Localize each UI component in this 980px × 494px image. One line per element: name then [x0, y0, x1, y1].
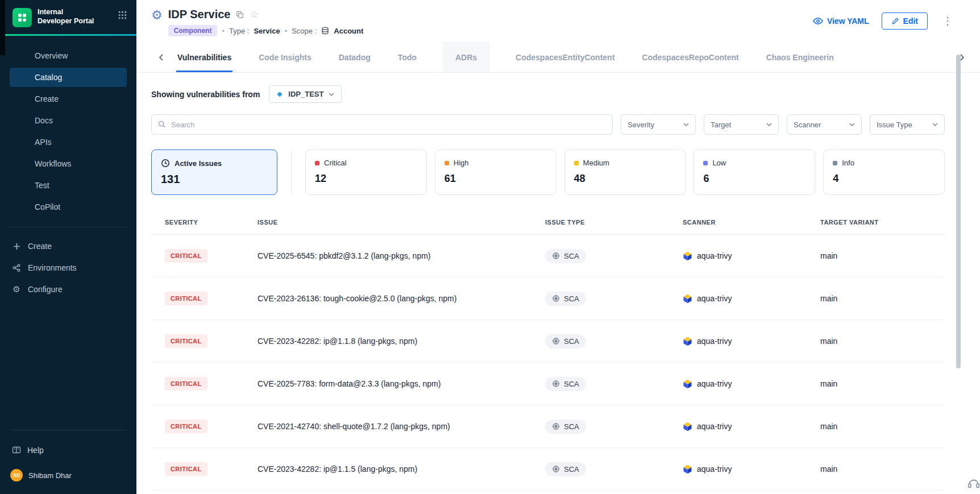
filter-issue-type[interactable]: Issue Type: [870, 114, 945, 135]
bottom-nav-label: Environments: [28, 263, 77, 272]
kebab-menu-icon[interactable]: ⋮: [940, 15, 955, 27]
issue-cell: CVE-2025-6545: pbkdf2@3.1.2 (lang-pkgs, …: [258, 251, 545, 260]
sidebar-item-create-action[interactable]: Create: [0, 235, 136, 257]
sca-icon: [552, 380, 560, 388]
tab-adrs[interactable]: ADRs: [443, 42, 489, 72]
user-name: Shibam Dhar: [28, 471, 72, 480]
view-yaml-button[interactable]: View YAML: [813, 16, 869, 26]
sidebar-item-docs[interactable]: Docs: [10, 111, 127, 130]
view-yaml-label: View YAML: [827, 16, 869, 26]
help-icon: [11, 446, 22, 455]
stat-value: 12: [315, 173, 417, 185]
sidebar-item-apis[interactable]: APIs: [10, 132, 127, 152]
stat-card-info[interactable]: Info 4: [823, 150, 945, 195]
sidebar-item-copilot[interactable]: CoPilot: [10, 197, 127, 217]
copy-icon[interactable]: [236, 11, 244, 19]
col-scanner: SCANNER: [683, 219, 820, 226]
bottom-nav-label: Configure: [28, 285, 63, 294]
issue-type-pill: SCA: [545, 334, 586, 348]
col-issue: ISSUE: [258, 219, 545, 226]
scope-value: Account: [334, 27, 363, 35]
sca-icon: [552, 337, 560, 345]
stat-label: Medium: [583, 159, 609, 167]
table-row[interactable]: CRITICAL CVE-2023-26136: tough-cookie@2.…: [151, 277, 945, 320]
filter-target[interactable]: Target: [704, 114, 779, 135]
chevron-down-icon: [932, 123, 938, 126]
tab-vulnerabilities[interactable]: Vulnerabilities: [176, 42, 232, 72]
scanner-cell: aqua-trivy: [683, 464, 820, 474]
entity-header: ⚙ IDP Service ☆ Component • Type : Servi…: [151, 8, 363, 36]
critical-dot: [315, 161, 319, 165]
sidebar-item-overview[interactable]: Overview: [10, 46, 127, 65]
separator: •: [222, 27, 225, 35]
sidebar-item-create[interactable]: Create: [10, 89, 127, 109]
variant-dropdown[interactable]: IDP_TEST: [269, 85, 342, 103]
table-row[interactable]: CRITICAL CVE-2021-42740: shell-quote@1.7…: [151, 405, 945, 448]
tab-code-insights[interactable]: Code Insights: [258, 42, 313, 72]
severity-badge: CRITICAL: [165, 292, 207, 305]
stat-card-high[interactable]: High 61: [435, 150, 557, 195]
showing-label: Showing vulnerabilities from: [151, 90, 260, 99]
page-title: IDP Service: [168, 8, 231, 21]
sidebar-item-configure[interactable]: ⚙ Configure: [0, 279, 136, 300]
table-row[interactable]: CRITICAL CVE-2025-6545: pbkdf2@3.1.2 (la…: [151, 235, 945, 277]
separator: •: [285, 27, 288, 35]
filter-severity[interactable]: Severity: [621, 114, 696, 135]
stat-label: High: [454, 159, 469, 167]
stat-card-critical[interactable]: Critical 12: [305, 150, 427, 195]
stat-card-medium[interactable]: Medium 48: [564, 150, 686, 195]
scanner-cell: aqua-trivy: [683, 379, 820, 389]
table-row[interactable]: CRITICAL CVE-2023-42282: ip@1.1.5 (lang-…: [151, 448, 945, 491]
module-rail: [0, 0, 5, 55]
table-row[interactable]: CRITICAL CVE-2023-42282: ip@1.1.8 (lang-…: [151, 320, 945, 363]
sca-icon: [552, 252, 560, 260]
edit-button[interactable]: Edit: [882, 13, 928, 30]
vertical-scrollbar[interactable]: [956, 55, 961, 368]
tab-codespaces-repo-content[interactable]: CodespacesRepoContent: [641, 42, 740, 72]
issue-type-pill: SCA: [545, 420, 586, 434]
chevron-down-icon: [849, 123, 855, 126]
app-logo[interactable]: [13, 8, 32, 27]
help-link[interactable]: Help: [0, 438, 136, 462]
table-row[interactable]: CRITICAL CVE-2025-7783: form-data@2.3.3 …: [151, 363, 945, 405]
stat-label: Low: [712, 159, 726, 167]
search-input[interactable]: [151, 114, 613, 135]
user-menu[interactable]: SD Shibam Dhar: [0, 462, 136, 488]
tab-todo[interactable]: Todo: [397, 42, 418, 72]
main-area: ⚙ IDP Service ☆ Component • Type : Servi…: [136, 0, 980, 494]
sidebar-footer: Help SD Shibam Dhar: [0, 422, 136, 494]
trivy-icon: [683, 422, 692, 431]
sidebar-divider: [10, 227, 127, 227]
stat-card-low[interactable]: Low 6: [694, 150, 815, 195]
component-badge: Component: [168, 25, 218, 36]
filter-scanner[interactable]: Scanner: [787, 114, 862, 135]
apps-grid-icon[interactable]: [118, 10, 127, 22]
accent-divider: [0, 34, 136, 36]
stat-card-active-issues[interactable]: Active Issues 131: [151, 150, 277, 195]
type-value: Service: [254, 27, 280, 35]
tab-codespaces-entity-content[interactable]: CodespacesEntityContent: [514, 42, 616, 72]
issue-cell: CVE-2025-7783: form-data@2.3.3 (lang-pkg…: [258, 379, 545, 388]
col-target-variant: TARGET VARIANT: [820, 219, 945, 226]
star-icon[interactable]: ☆: [250, 10, 258, 19]
sidebar-item-workflows[interactable]: Workflows: [10, 154, 127, 173]
sidebar-item-environments[interactable]: Environments: [0, 257, 136, 279]
sidebar-item-test[interactable]: Test: [10, 176, 127, 195]
scanner-cell: aqua-trivy: [683, 422, 820, 431]
severity-badge: CRITICAL: [165, 462, 207, 476]
stat-value: 61: [445, 173, 547, 185]
sca-icon: [552, 422, 560, 430]
low-dot: [703, 161, 708, 165]
issue-type-pill: SCA: [545, 292, 586, 306]
gear-icon: ⚙: [11, 284, 22, 294]
tab-chaos-engineering[interactable]: Chaos Engineerin: [765, 42, 835, 72]
tabs-scroll-left-icon[interactable]: [153, 50, 168, 65]
issue-type-pill: SCA: [545, 377, 586, 391]
sidebar-item-catalog[interactable]: Catalog: [10, 68, 127, 87]
stat-value: 48: [574, 173, 676, 185]
clock-icon: [161, 159, 170, 168]
tab-datadog[interactable]: Datadog: [338, 42, 372, 72]
header-actions: View YAML Edit ⋮: [813, 13, 955, 30]
target-variant-cell: main: [820, 379, 945, 388]
support-headset-icon[interactable]: [967, 477, 980, 492]
